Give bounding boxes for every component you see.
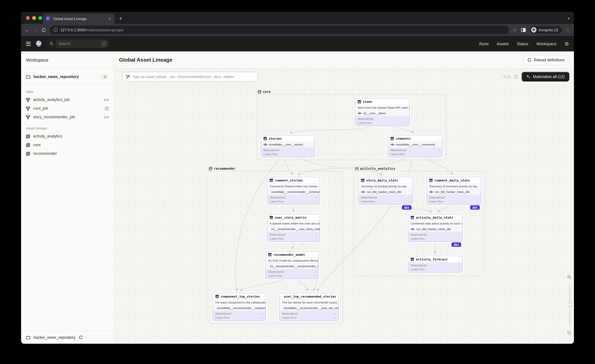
asset-node-comment-stories[interactable]: comment_stories Comments linked to their… [267,177,320,205]
refresh-icon[interactable] [514,75,518,79]
asset-node-comments[interactable]: comments snowflake__core__comments Mater… [388,135,443,157]
asset-group-icon [26,143,30,147]
workspace-sidebar: Workspace hacker_news_repository 6 Jobs … [21,51,114,344]
browser-tab[interactable]: Global Asset Lineage × [43,14,115,24]
browser-tabstrip: Global Asset Lineage × + ▾ [21,12,574,24]
sensor-icon[interactable] [104,98,109,101]
tab-search-chevron-icon[interactable]: ▾ [568,16,570,21]
table-icon [429,179,433,182]
browser-window: Global Asset Lineage × + ▾ ← → i 127.0.0… [21,12,574,344]
sparkles-icon [526,75,531,79]
search-shortcut-key: / [101,41,106,46]
table-icon [268,253,271,256]
asset-subset-placeholder: Type an asset subset... (ex: s3/recommen… [132,75,235,78]
nav-workspace[interactable]: Workspace [536,41,557,46]
nav-runs[interactable]: Runs [479,41,489,46]
table-icon [269,179,273,182]
nav-status[interactable]: Status [517,41,528,46]
sidebar-repo-row[interactable]: hacker_news_repository 6 [21,69,114,85]
lineage-canvas[interactable]: Type an asset subset... (ex: s3/recommen… [114,69,574,344]
screen: Global Asset Lineage × + ▾ ← → i 127.0.0… [0,0,595,364]
asset-group-icon [26,134,30,138]
site-info-icon[interactable]: i [54,28,58,32]
minimize-window-button[interactable] [32,16,36,20]
table-icon [411,216,414,219]
reload-definitions-button[interactable]: Reload definitions [523,55,569,65]
page-title: Global Asset Lineage [119,57,172,63]
sensor-icon[interactable] [104,115,109,119]
asset-graph-icon [126,75,130,79]
global-search-input[interactable]: Search... / [47,39,109,48]
table-icon [361,179,364,182]
refresh-icon[interactable] [78,335,83,339]
page-header: Global Asset Lineage Reload definitions [114,51,574,69]
asset-description: A sparse matrix where the rows are users… [267,221,320,226]
settings-gear-icon[interactable]: ⚙ [565,41,569,47]
sidebar-footer-repo[interactable]: hacker_news_repository [21,331,114,344]
asset-node-activity-forecast[interactable]: activity_forecast Materialized–Latest Ru… [408,256,463,273]
asset-node-component-top-stories[interactable]: component_top_stories For each component… [212,293,266,321]
table-icon [358,100,361,103]
asset-node-comment-daily-stats[interactable]: comment_daily_stats Summary of comment a… [426,177,481,205]
incognito-badge[interactable]: Incognito (2) [530,26,562,34]
main-area: Workspace hacker_news_repository 6 Jobs … [21,51,574,344]
asset-node-activity-daily-stats[interactable]: activity_daily_stats Combined stats abou… [408,214,463,242]
zoom-window-button[interactable] [38,16,42,20]
table-icon [263,137,267,140]
close-window-button[interactable] [26,16,30,20]
io-key-icon [429,191,433,193]
asset-node-stories[interactable]: stories snowflake__core__stories Materia… [261,135,315,157]
forward-icon[interactable]: → [33,27,38,32]
sidebar-item-group-activity-analytics[interactable]: activity_analytics [21,132,114,141]
asset-description: Summary of comment activity by day [427,184,481,189]
new-tab-button[interactable]: + [119,15,122,22]
table-icon [215,295,219,298]
materialize-row: 0:12 Materialize all (12) [503,72,569,82]
asset-subset-input[interactable]: Type an asset subset... (ex: s3/recommen… [122,72,258,82]
asset-description: Comments linked to their root stories. [267,184,320,189]
tab-close-icon[interactable]: × [108,16,112,21]
asset-node-user-top-recommended-stories[interactable]: user_top_recommended_stories The top sto… [279,293,339,321]
asset-description: Items from the Hacker News API: each is … [355,105,409,110]
app-nav: Runs Assets Status Workspace ⚙ [479,41,569,47]
back-icon[interactable]: ← [25,27,29,32]
asset-node-story-daily-stats[interactable]: story_daily_stats Summary of posting act… [358,177,413,205]
dbt-tag: dbt [402,205,411,210]
dagster-favicon [46,16,50,21]
io-key-icon [358,112,362,114]
sidebar-item-story-recommender-job[interactable]: story_recommender_job [21,113,114,121]
asset-node-recommender-model[interactable]: recommender_model An SVD model for colla… [265,251,319,279]
asset-node-user-story-matrix[interactable]: user_story_matrix A sparse matrix where … [267,214,320,242]
browser-toolbar: ← → i 127.0.0.1:3000/instance/asset-grou… [21,24,574,36]
sidebar-item-activity-analytics-job[interactable]: activity_analytics_job [21,95,114,104]
hamburger-menu-icon[interactable] [26,42,31,46]
nav-assets[interactable]: Assets [497,41,509,46]
asset-group-icon [26,151,30,156]
zoom-slider-knob[interactable] [568,302,572,307]
repo-count-badge: 6 [101,74,109,79]
refresh-timer: 0:12 [503,75,511,79]
bookmark-star-icon[interactable]: ☆ [513,27,517,33]
asset-node-items[interactable]: items Items from the Hacker News API: ea… [355,98,410,126]
table-icon [269,216,273,219]
job-icon [26,106,30,110]
sidebar-item-group-core[interactable]: core [21,141,114,149]
side-panel-icon[interactable] [521,28,526,32]
asset-description: Combined stats about activity on each da… [408,221,462,226]
dbt-tag: dbt [470,205,480,210]
sidebar-item-group-recommender[interactable]: recommender [21,149,114,158]
zoom-out-icon[interactable] [567,331,571,335]
window-controls [26,16,42,20]
address-bar[interactable]: i 127.0.0.1:3000/instance/asset-groups/ [50,26,509,34]
toolbar-right: ☆ Incognito (2) ⋮ [513,26,570,34]
io-key-icon [411,228,415,230]
materialize-all-button[interactable]: Materialize all (12) [522,72,569,82]
zoom-in-icon[interactable] [567,275,571,279]
browser-menu-icon[interactable]: ⋮ [566,27,570,32]
search-placeholder: Search... [56,42,101,46]
lineage-content: Global Asset Lineage Reload definitions … [114,51,574,344]
reload-icon[interactable] [42,28,46,32]
schedule-clock-icon[interactable] [105,106,109,110]
dagster-logo[interactable] [35,40,42,47]
sidebar-item-core-job[interactable]: core_job [21,104,114,113]
